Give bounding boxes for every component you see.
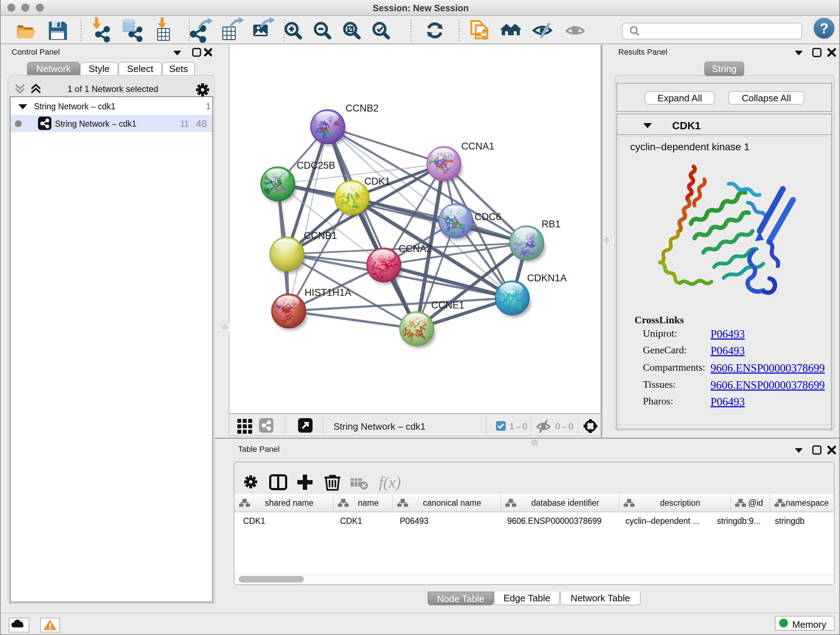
svg-text:CCNA2: CCNA2: [399, 243, 432, 254]
svg-text:CCNA1: CCNA1: [461, 141, 494, 152]
svg-text:RB1: RB1: [542, 219, 561, 230]
svg-text:CDC25B: CDC25B: [297, 160, 335, 171]
svg-text:CDK1: CDK1: [364, 176, 390, 187]
svg-text:f(x): f(x): [379, 473, 401, 491]
svg-text:HIST1H1A: HIST1H1A: [305, 287, 351, 298]
svg-text:CDC6: CDC6: [475, 211, 501, 222]
svg-text:CCNE1: CCNE1: [431, 300, 464, 310]
svg-text:CCNB1: CCNB1: [304, 230, 337, 241]
svg-text:CDKN1A: CDKN1A: [527, 272, 567, 283]
svg-text:CCNB2: CCNB2: [346, 103, 379, 114]
